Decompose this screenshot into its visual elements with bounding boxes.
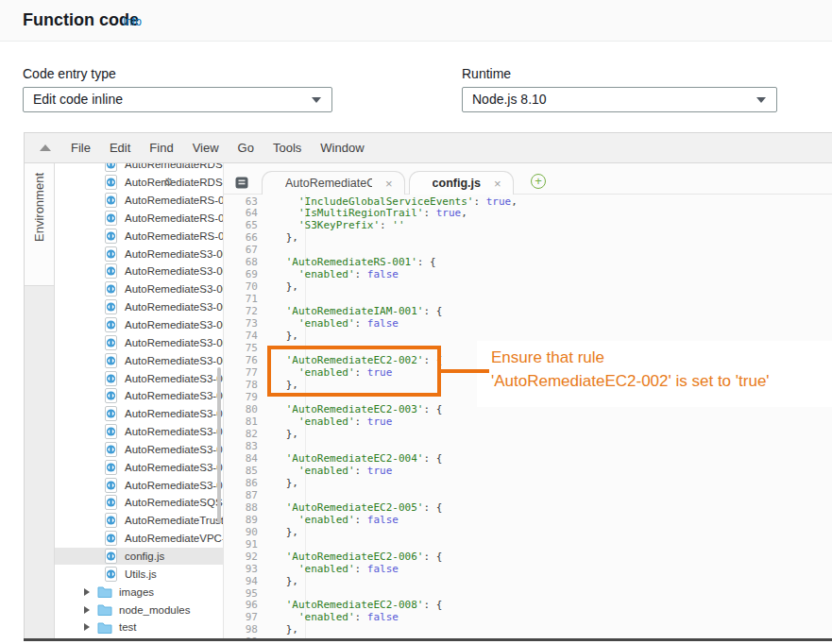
file-tree-panel: AutoRemediateRDS-0AutoRemediateRDS-0⚙Aut… [55, 163, 224, 641]
tree-item-autoremediates3-01[interactable]: AutoRemediateS3-01 [55, 476, 223, 494]
line-number: 77 [224, 366, 258, 379]
line-number: 71 [224, 293, 258, 305]
js-file-icon [105, 263, 118, 279]
tree-item-autoremediates3-00[interactable]: AutoRemediateS3-00 [55, 298, 223, 316]
code-line-text: 'AutoRemediateEC2-003': { [258, 403, 442, 415]
tree-item-autoremediates3-00[interactable]: AutoRemediateS3-00 [55, 333, 223, 351]
tab-config-js[interactable]: config.js× [409, 171, 514, 195]
environment-tab[interactable]: Environment [25, 163, 54, 286]
caret-right-icon[interactable] [84, 623, 90, 631]
tree-item-node-modules[interactable]: node_modules [55, 601, 223, 619]
caret-right-icon[interactable] [84, 588, 90, 596]
close-tab-icon[interactable]: × [494, 178, 501, 190]
tree-item-autoremediates3-00[interactable]: AutoRemediateS3-00 [55, 245, 223, 263]
code-line: 82 }, [224, 428, 832, 440]
code-line-text: 'AutoRemediateEC2-004': { [258, 452, 442, 465]
environment-strip: Environment [25, 163, 55, 641]
code-line: 97 'enabled': false [224, 611, 832, 623]
code-line-text: }, [258, 526, 298, 538]
line-number: 95 [224, 587, 258, 600]
tree-item-autoremediatesqs-0[interactable]: AutoRemediateSQS-0 [55, 494, 223, 512]
tree-item-autoremediates3-01[interactable]: AutoRemediateS3-01 [55, 405, 223, 423]
tree-item-autoremediates3-01[interactable]: AutoRemediateS3-01 [55, 458, 223, 476]
tree-item-label: AutoRemediateS3-00 [125, 337, 223, 348]
tree-item-label: AutoRemediateRS-00 [125, 195, 223, 206]
menu-item-file[interactable]: File [68, 139, 93, 157]
code-line: 65 'S3KeyPrefix': '' [224, 219, 832, 231]
tree-item-utils-js[interactable]: Utils.js [55, 565, 223, 583]
runtime-select[interactable]: Node.js 8.10 [462, 87, 777, 112]
tree-item-autoremediaterds-0[interactable]: AutoRemediateRDS-0 [55, 163, 223, 174]
section-header: Function code Info [0, 0, 832, 42]
code-line-text [258, 587, 274, 600]
code-editor-content[interactable]: 63 'IncludeGlobalServiceEvents': true,64… [224, 195, 832, 641]
code-entry-type-value: Edit code inline [33, 92, 123, 107]
tree-item-autoremediates3-01[interactable]: AutoRemediateS3-01 [55, 441, 223, 459]
collapse-editor-icon[interactable] [40, 144, 51, 151]
tree-item-autoremediates3-00[interactable]: AutoRemediateS3-00 [55, 316, 223, 334]
code-line-text: 'IsMultiRegionTrail': true, [258, 207, 467, 219]
tree-item-autoremediates3-00[interactable]: AutoRemediateS3-00 [55, 351, 223, 369]
caret-right-icon[interactable] [84, 606, 90, 614]
tree-item-label: AutoRemediateS3-00 [125, 390, 223, 401]
tree-item-autoremediates3-01[interactable]: AutoRemediateS3-01 [55, 423, 223, 441]
tree-item-autoremediatetruste[interactable]: AutoRemediateTruste [55, 512, 223, 530]
menu-item-window[interactable]: Window [317, 139, 366, 157]
code-line-text: 'enabled': true [258, 415, 392, 428]
tab-autoremediatec[interactable]: AutoRemediateC× [262, 171, 405, 195]
menu-item-view[interactable]: View [190, 139, 222, 157]
tree-item-autoremediaters-00[interactable]: AutoRemediateRS-00 [55, 192, 223, 210]
tree-item-label: AutoRemediateTruste [125, 515, 223, 526]
code-line: 72 'AutoRemediateIAM-001': { [224, 305, 832, 317]
tree-item-test[interactable]: test [55, 619, 223, 636]
line-number: 90 [224, 526, 258, 538]
js-file-icon [105, 193, 118, 208]
info-link[interactable]: Info [123, 15, 142, 28]
tree-item-autoremediatevpc-0[interactable]: AutoRemediateVPC-0 [55, 530, 223, 548]
tree-item-label: AutoRemediateS3-01 [125, 444, 223, 455]
code-line: 98 }, [224, 623, 832, 636]
code-line: 89 'enabled': false [224, 514, 832, 526]
code-line-text: }, [258, 623, 298, 636]
tree-item-autoremediates3-00[interactable]: AutoRemediateS3-00 [55, 369, 223, 387]
file-tree-scrollbar[interactable] [217, 367, 221, 523]
tree-item-autoremediates3-00[interactable]: AutoRemediateS3-00 [55, 263, 223, 280]
tree-item-label: AutoRemediateS3-00 [125, 373, 223, 384]
line-number: 63 [224, 195, 258, 208]
js-file-icon [105, 211, 118, 226]
new-tab-button[interactable]: + [531, 174, 546, 189]
menu-item-edit[interactable]: Edit [107, 139, 133, 157]
code-line: 73 'enabled': false [224, 317, 832, 330]
code-line: 92 'AutoRemediateEC2-006': { [224, 551, 832, 563]
js-file-icon [105, 229, 118, 244]
tree-item-label: AutoRemediateS3-00 [125, 319, 223, 330]
tab-list-icon[interactable] [235, 177, 248, 189]
line-number: 97 [224, 611, 258, 623]
js-file-icon [105, 406, 118, 421]
code-line: 94 }, [224, 575, 832, 587]
line-number: 87 [224, 489, 258, 501]
tree-item-images[interactable]: images [55, 583, 223, 601]
line-number: 79 [224, 391, 258, 403]
line-number: 91 [224, 538, 258, 551]
code-line-text [258, 244, 274, 256]
line-number: 80 [224, 403, 258, 415]
tree-item-label: AutoRemediateS3-01 [125, 426, 223, 437]
tree-item-autoremediaterds-0[interactable]: AutoRemediateRDS-0⚙ [55, 174, 223, 192]
menu-item-go[interactable]: Go [235, 139, 257, 157]
tree-item-label: AutoRemediateS3-00 [125, 248, 223, 260]
tree-item-autoremediaters-01[interactable]: AutoRemediateRS-01 [55, 210, 223, 228]
code-line: 66 }, [224, 231, 832, 244]
tree-item-config-js[interactable]: config.js [55, 548, 223, 566]
menu-item-tools[interactable]: Tools [270, 139, 304, 157]
menu-item-find[interactable]: Find [146, 139, 176, 157]
tree-item-autoremediaters-02[interactable]: AutoRemediateRS-02 [55, 227, 223, 245]
js-file-icon [105, 495, 118, 510]
tree-item-autoremediates3-00[interactable]: AutoRemediateS3-00 [55, 387, 223, 405]
code-entry-type-select[interactable]: Edit code inline [23, 87, 332, 112]
tree-item-autoremediates3-00[interactable]: AutoRemediateS3-00 [55, 280, 223, 298]
tree-item-label: AutoRemediateS3-00 [125, 355, 223, 366]
line-number: 81 [224, 415, 258, 428]
close-tab-icon[interactable]: × [385, 178, 393, 190]
code-line-text: 'enabled': false [258, 268, 399, 280]
